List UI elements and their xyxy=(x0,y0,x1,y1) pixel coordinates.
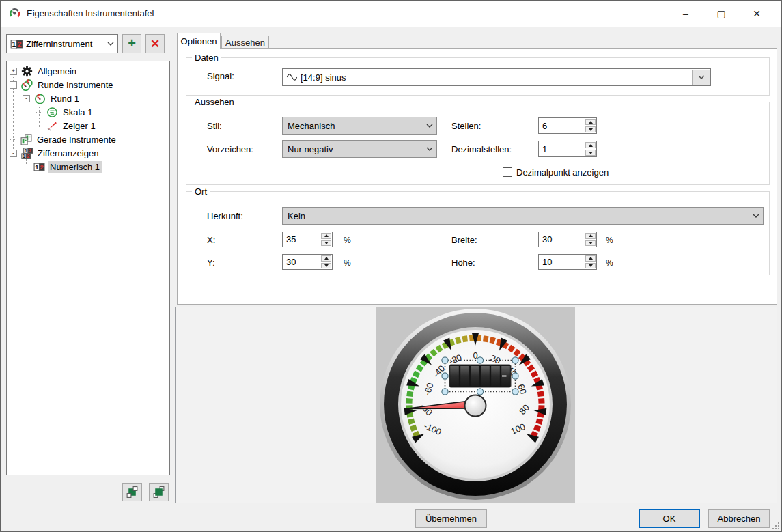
tree-item-rund-1[interactable]: - Rund 1 xyxy=(23,92,81,105)
spin-up-icon[interactable] xyxy=(321,233,331,239)
collapse-icon[interactable]: - xyxy=(10,81,17,89)
spin-up-icon[interactable] xyxy=(585,255,596,262)
tree-item-runde-instrumente[interactable]: - Runde Instrumente xyxy=(10,78,115,92)
dezimalstellen-stepper[interactable] xyxy=(538,141,597,157)
spin-down-icon[interactable] xyxy=(585,263,596,269)
stil-value: Mechanisch xyxy=(283,121,423,131)
svg-text:1: 1 xyxy=(12,41,16,48)
tab-optionen[interactable]: Optionen xyxy=(177,33,221,49)
delete-instrument-button[interactable]: ✕ xyxy=(145,34,165,53)
herkunft-value: Kein xyxy=(283,211,749,221)
cancel-button-label: Abbrechen xyxy=(718,514,761,524)
spin-up-icon[interactable] xyxy=(585,233,596,239)
decimal-point-checkbox[interactable] xyxy=(503,167,512,177)
sine-wave-icon xyxy=(283,73,301,81)
stellen-spin-buttons[interactable] xyxy=(585,118,596,133)
y-spin-buttons[interactable] xyxy=(320,255,332,269)
tree-item-label[interactable]: Runde Instrumente xyxy=(36,79,115,91)
chevron-down-icon xyxy=(749,208,763,224)
decimal-point-label: Dezimalpunkt anzeigen xyxy=(516,167,609,178)
tab-aussehen[interactable]: Aussehen xyxy=(221,36,269,49)
bring-to-front-button[interactable] xyxy=(122,483,142,501)
tree-item-label[interactable]: Allgemein xyxy=(36,66,79,77)
minimize-button[interactable]: – xyxy=(670,1,701,26)
tree-item-label[interactable]: Skala 1 xyxy=(61,107,94,118)
tree-item-gerade-instrumente[interactable]: Gerade Instrumente xyxy=(10,132,118,146)
selection-handle[interactable] xyxy=(442,373,448,379)
round-gauge-instrument[interactable]: -100-80-60-40-20020406080100 xyxy=(376,307,575,503)
vorzeichen-select[interactable]: Nur negativ xyxy=(282,140,437,158)
spin-down-icon[interactable] xyxy=(321,240,331,247)
selection-handle[interactable] xyxy=(477,357,483,363)
collapse-icon[interactable]: - xyxy=(23,95,30,102)
spin-up-icon[interactable] xyxy=(321,255,331,262)
spin-down-icon[interactable] xyxy=(585,126,596,132)
selection-handle[interactable] xyxy=(477,389,483,395)
x-stepper[interactable] xyxy=(282,232,333,247)
close-button[interactable]: ✕ xyxy=(741,1,772,26)
breite-spin-buttons[interactable] xyxy=(585,232,596,247)
y-stepper[interactable] xyxy=(282,254,333,270)
resize-grip[interactable] xyxy=(772,522,779,529)
herkunft-select[interactable]: Kein xyxy=(282,207,764,225)
tree-item-label[interactable]: Numerisch 1 xyxy=(48,161,102,173)
x-spin-buttons[interactable] xyxy=(320,232,332,247)
selection-handle[interactable] xyxy=(512,357,518,363)
app-gauge-icon xyxy=(8,7,21,22)
maximize-button[interactable]: ▢ xyxy=(706,1,737,26)
selection-handle[interactable] xyxy=(512,389,518,395)
stil-select[interactable]: Mechanisch xyxy=(282,117,437,135)
tree-item-ziffernanzeigen[interactable]: - 1 2 1 2Ziffernanzeigen xyxy=(10,146,100,160)
apply-button[interactable]: Übernehmen xyxy=(415,509,487,528)
spin-up-icon[interactable] xyxy=(585,142,596,148)
selection-handle[interactable] xyxy=(512,373,518,379)
instrument-tree[interactable]: +Allgemein- Runde Instrumente- Rund 1 Sk… xyxy=(6,61,170,475)
group-ort: Ort Herkunft: Kein X: % Breite: % Y: xyxy=(186,191,770,275)
tree-item-label[interactable]: Ziffernanzeigen xyxy=(36,148,100,159)
signal-value: [14:9] sinus xyxy=(301,72,691,83)
dezimalstellen-spin-buttons[interactable] xyxy=(585,141,596,156)
tree-item-numerisch-1[interactable]: 1 2Numerisch 1 xyxy=(23,160,102,173)
ok-button[interactable]: OK xyxy=(639,509,700,528)
tree-item-label[interactable]: Gerade Instrumente xyxy=(35,134,118,145)
stellen-input[interactable] xyxy=(539,118,585,133)
tree-item-label[interactable]: Zeiger 1 xyxy=(61,120,98,132)
tree-connector-stub xyxy=(36,126,42,126)
selection-handle[interactable] xyxy=(442,389,448,395)
spin-down-icon[interactable] xyxy=(321,263,331,269)
hoehe-stepper[interactable] xyxy=(538,254,597,270)
add-instrument-button[interactable]: + xyxy=(122,34,141,53)
cancel-button[interactable]: Abbrechen xyxy=(708,509,770,528)
gear-icon xyxy=(21,66,33,77)
selection-handle[interactable] xyxy=(442,357,448,363)
expand-icon[interactable]: + xyxy=(10,68,17,75)
group-ort-title: Ort xyxy=(192,186,210,197)
spin-down-icon[interactable] xyxy=(585,240,596,247)
send-to-back-button[interactable] xyxy=(149,483,169,501)
tree-item-skala-1[interactable]: Skala 1 xyxy=(36,105,94,119)
tree-item-label[interactable]: Rund 1 xyxy=(48,93,81,104)
svg-text:1: 1 xyxy=(35,163,39,171)
hoehe-spin-buttons[interactable] xyxy=(585,255,596,269)
scale-icon xyxy=(46,107,58,118)
x-input[interactable] xyxy=(283,232,320,247)
spin-up-icon[interactable] xyxy=(585,119,596,125)
breite-input[interactable] xyxy=(539,232,585,247)
spin-down-icon[interactable] xyxy=(585,150,596,156)
instrument-type-select[interactable]: 1 2 Zifferninstrument xyxy=(6,34,118,53)
signal-select[interactable]: [14:9] sinus xyxy=(282,68,711,86)
collapse-icon[interactable]: - xyxy=(10,150,17,157)
ok-button-label: OK xyxy=(663,514,676,524)
hoehe-input[interactable] xyxy=(539,255,585,269)
options-panel: Daten Signal: [14:9] sinus Aussehen Stil… xyxy=(177,48,777,305)
tree-item-allgemein[interactable]: +Allgemein xyxy=(10,64,79,78)
stellen-stepper[interactable] xyxy=(538,117,597,134)
chevron-down-icon xyxy=(423,141,436,157)
y-input[interactable] xyxy=(283,255,320,269)
preview-canvas[interactable]: -100-80-60-40-20020406080100 xyxy=(376,307,575,503)
dezimalstellen-input[interactable] xyxy=(539,141,585,156)
breite-stepper[interactable] xyxy=(538,232,597,247)
numeric-display-widget[interactable] xyxy=(449,365,511,387)
group-daten: Daten Signal: [14:9] sinus xyxy=(186,57,770,96)
tree-item-zeiger-1[interactable]: Zeiger 1 xyxy=(36,119,98,132)
